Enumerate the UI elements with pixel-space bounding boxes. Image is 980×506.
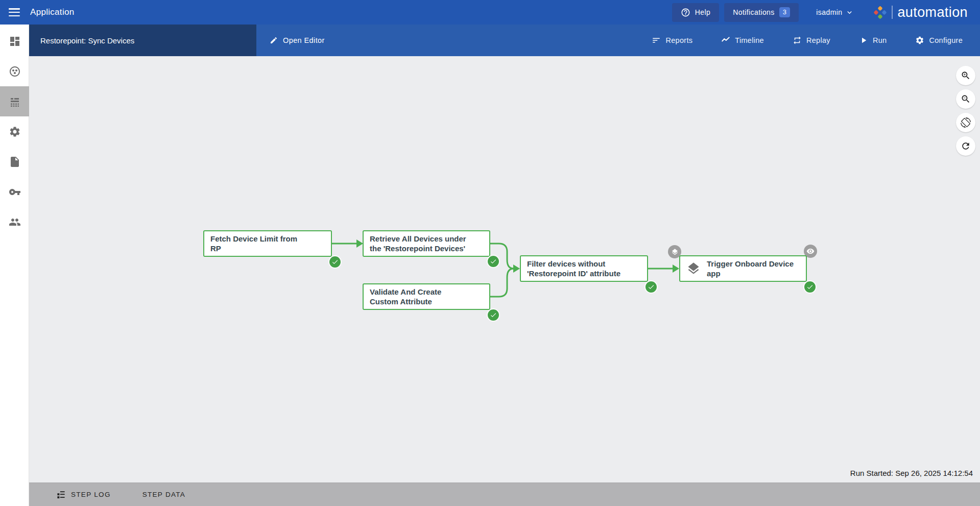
zoom-in-button[interactable] — [956, 66, 975, 85]
open-editor-label: Open Editor — [283, 36, 325, 44]
help-button[interactable]: Help — [672, 3, 719, 22]
configure-label: Configure — [929, 36, 963, 44]
success-check-icon — [487, 308, 500, 322]
help-icon — [681, 8, 690, 17]
workflow-title-tab: Restorepoint: Sync Devices — [29, 25, 256, 56]
timeline-button[interactable]: Timeline — [718, 35, 767, 45]
brand-name: automation — [897, 5, 968, 20]
key-icon — [9, 186, 21, 198]
workflow-canvas[interactable]: Fetch Device Limit fromRP Retrieve All D… — [29, 56, 980, 483]
refresh-button[interactable] — [956, 136, 975, 156]
tab-step-data[interactable]: STEP DATA — [139, 490, 188, 499]
refresh-icon — [961, 141, 971, 151]
success-check-icon — [487, 255, 500, 268]
replay-label: Replay — [806, 36, 830, 44]
step-log-label: STEP LOG — [71, 491, 111, 498]
user-menu[interactable]: isadmin — [816, 8, 854, 17]
configure-button[interactable]: Configure — [912, 35, 966, 45]
configure-icon — [915, 36, 924, 45]
dashboard-icon — [9, 35, 21, 47]
reports-button[interactable]: Reports — [649, 35, 696, 45]
step-node-validate-attribute[interactable]: Validate And CreateCustom Attribute — [363, 283, 490, 310]
workflow-actions: Reports Timeline Replay Run Configure — [649, 35, 980, 45]
success-check-icon — [803, 280, 817, 294]
notifications-label: Notifications — [733, 8, 774, 16]
notification-count-badge: 3 — [779, 7, 791, 17]
sidebar-item-dashboard[interactable] — [0, 26, 29, 56]
bottom-panel-bar: STEP LOG STEP DATA — [29, 483, 980, 506]
run-button[interactable]: Run — [856, 35, 890, 45]
rotate-button[interactable] — [956, 113, 975, 132]
step-data-label: STEP DATA — [142, 491, 185, 498]
menu-icon[interactable] — [9, 8, 20, 16]
workflow-title: Restorepoint: Sync Devices — [40, 36, 134, 45]
topbar-right: Help Notifications 3 isadmin automation — [672, 3, 980, 22]
eye-icon — [806, 247, 815, 255]
step-log-icon — [56, 490, 66, 499]
workflow-toolbar: Restorepoint: Sync Devices Open Editor R… — [29, 25, 980, 56]
replay-button[interactable]: Replay — [790, 35, 833, 45]
notifications-button[interactable]: Notifications 3 — [724, 3, 799, 22]
help-label: Help — [695, 8, 710, 16]
sidebar-item-settings[interactable] — [0, 116, 29, 147]
open-editor-button[interactable]: Open Editor — [267, 36, 328, 45]
node-label: Trigger Onboard Deviceapp — [707, 259, 794, 278]
layers-icon — [686, 261, 701, 276]
brand-pinwheel-icon — [873, 6, 887, 19]
run-label: Run — [873, 36, 887, 44]
reports-icon — [652, 36, 661, 45]
success-check-icon — [328, 255, 342, 269]
run-icon — [859, 36, 868, 45]
app-title: Application — [30, 7, 74, 17]
sidebar-item-integrations[interactable] — [0, 56, 29, 86]
workflow-connections — [29, 56, 980, 483]
sidebar-item-applications[interactable] — [0, 86, 29, 116]
tab-step-log[interactable]: STEP LOG — [53, 489, 114, 500]
users-icon — [9, 216, 21, 228]
node-label: Filter devices without'Restorepoint ID' … — [527, 259, 620, 278]
zoom-in-icon — [961, 70, 971, 81]
node-label: Validate And CreateCustom Attribute — [370, 287, 441, 306]
document-icon — [9, 156, 21, 168]
zoom-out-button[interactable] — [956, 89, 975, 109]
success-check-icon — [644, 280, 658, 294]
brand-logo: automation — [873, 5, 968, 20]
step-node-retrieve-devices[interactable]: Retrieve All Devices underthe 'Restorepo… — [363, 230, 490, 257]
sidebar-item-documents[interactable] — [0, 147, 29, 177]
zoom-out-icon — [961, 94, 971, 104]
node-label: Retrieve All Devices underthe 'Restorepo… — [370, 234, 466, 253]
brand-separator — [892, 6, 893, 19]
layers-icon — [671, 248, 679, 256]
canvas-tools — [956, 66, 975, 156]
integrations-icon — [9, 65, 21, 78]
chevron-down-icon — [845, 8, 854, 17]
reports-label: Reports — [665, 36, 692, 44]
timeline-icon — [721, 36, 730, 45]
left-nav-sidebar — [0, 25, 29, 506]
pencil-icon — [270, 36, 278, 44]
timeline-label: Timeline — [735, 36, 764, 44]
sidebar-item-credentials[interactable] — [0, 177, 29, 207]
step-node-fetch-device-limit[interactable]: Fetch Device Limit fromRP — [203, 230, 332, 257]
applications-icon — [9, 95, 21, 108]
step-node-filter-devices[interactable]: Filter devices without'Restorepoint ID' … — [520, 255, 648, 282]
rotate-icon — [961, 117, 971, 128]
username: isadmin — [816, 8, 842, 16]
run-started-timestamp: Run Started: Sep 26, 2025 14:12:54 — [850, 469, 973, 477]
sidebar-item-users[interactable] — [0, 207, 29, 237]
node-label: Fetch Device Limit fromRP — [210, 234, 297, 253]
replay-icon — [793, 36, 802, 45]
top-app-bar: Application Help Notifications 3 isadmin… — [0, 0, 980, 25]
step-node-trigger-onboard[interactable]: Trigger Onboard Deviceapp — [679, 255, 807, 282]
settings-icon — [9, 126, 21, 138]
